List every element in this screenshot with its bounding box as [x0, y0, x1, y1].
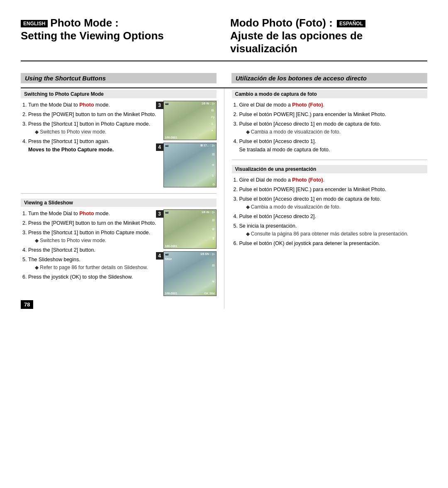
slideshow-list-en: Turn the Mode Dial to Photo mode. Press … — [21, 209, 160, 281]
slide-step-es-2: Pulse el botón POWER] [ENC.) para encend… — [239, 185, 428, 194]
slide-step-es-4: Pulse el botón [Acceso directo 2]. — [239, 212, 428, 221]
lcd-bg-4 — [164, 143, 216, 187]
step-en-4: Press the [Shortcut 1] button again.Move… — [28, 137, 160, 154]
slide-step-es-5: Se inicia la presentación. Consulte la p… — [239, 222, 428, 238]
col-left: Switching to Photo Capture Mode Turn the… — [21, 88, 224, 309]
slideshow-label-es: Visualización de una presentación — [232, 165, 428, 173]
step-es-3: Pulse el botón [Acceso directo 1] en mod… — [239, 120, 428, 136]
shortcut-section-es: Cambio a modo de captura de foto Gire el… — [232, 88, 428, 154]
page-number-container: 78 — [21, 296, 217, 309]
es-title-line2: Ajuste de las opciones de visualización — [230, 29, 427, 55]
slide-step-en-3: Press the [Shortcut 1] button in Photo C… — [28, 228, 160, 245]
en-title-line2: Setting the Viewing Options — [21, 29, 218, 42]
shortcut-steps-en: Turn the Mode Dial to Photo mode. Press … — [21, 101, 217, 187]
slide-step-en-4: Press the [Shortcut 2] button. — [28, 246, 160, 254]
shortcut-list-es: Gire el Dial de modo a Photo (Foto). Pul… — [232, 101, 428, 154]
slide-step-en-5-sub: Refer to page 86 for further details on … — [28, 264, 160, 272]
slide-step-es-3-sub: Cambia a modo de visualización de foto. — [239, 203, 428, 211]
slide-step-en-1: Turn the Mode Dial to Photo mode. — [28, 209, 160, 218]
page-number: 78 — [21, 300, 33, 309]
slide-lcd-bg-3 — [164, 210, 216, 248]
slide-lcd-3: 📷 1/6 IN □ ▷ ▤ ⊞ 🗑 100 — [163, 209, 217, 249]
section-bar-en: Using the Shortcut Buttons — [21, 73, 217, 83]
header-left: ENGLISHPhoto Mode : Setting the Viewing … — [21, 17, 218, 42]
slideshow-images-en: 3 📷 1/6 IN □ ▷ ▤ — [163, 209, 217, 296]
es-title-line1: Modo Photo (Foto) :ESPAÑOL — [230, 17, 427, 29]
page-header: ENGLISHPhoto Mode : Setting the Viewing … — [21, 17, 427, 61]
step-en-3-sub: Switches to Photo view mode. — [28, 128, 160, 136]
col-right: Cambio a modo de captura de foto Gire el… — [224, 88, 428, 309]
slide-lcd-4: 📷 1/6 EN □ ▷ Slide ▤ ⊕ 10 — [163, 251, 217, 296]
cam-image-3: 3 📷 1/6 IN □ ▷ ▤ — [163, 101, 217, 140]
slideshow-section-en: Viewing a Slideshow Turn the Mode Dial t… — [21, 197, 217, 296]
slideshow-text-en: Turn the Mode Dial to Photo mode. Press … — [21, 209, 160, 282]
step-en-2: Press the [POWER] button to turn on the … — [28, 110, 160, 119]
slide-step-es-5-sub: Consulte la página 86 para obtener más d… — [239, 230, 428, 238]
step-es-4: Pulse el botón [Acceso directo 1].Se tra… — [239, 137, 428, 154]
lcd-screen-3: 📷 1/6 IN □ ▷ ▤ Fp S ≡ — [163, 101, 217, 140]
step3-badge: 3 — [156, 102, 163, 109]
slideshow-section-es: Visualización de una presentación Gire e… — [232, 163, 428, 248]
slide-step-es-6: Pulse el botón (OK) del joystick para de… — [239, 239, 428, 248]
slide-step-en-5: The Slideshow begins. Refer to page 86 f… — [28, 255, 160, 272]
slideshow-list-es: Gire el Dial de modo a Photo (Foto). Pul… — [232, 176, 428, 248]
slideshow-steps-en: Turn the Mode Dial to Photo mode. Press … — [21, 209, 217, 296]
step-en-1: Turn the Mode Dial to Photo mode. — [28, 101, 160, 109]
slide-step-en-6: Press the joystick (OK) to stop the Slid… — [28, 273, 160, 281]
slide-step-en-2: Press the [POWER] button to turn on the … — [28, 219, 160, 227]
slide-step3-badge: 3 — [156, 210, 163, 218]
section-divider-right — [232, 160, 428, 160]
en-title-line1: ENGLISHPhoto Mode : — [21, 17, 218, 29]
shortcut-section-en: Switching to Photo Capture Mode Turn the… — [21, 88, 217, 187]
slide-step-es-1: Gire el Dial de modo a Photo (Foto). — [239, 176, 428, 184]
en-badge: ENGLISH — [21, 20, 48, 27]
es-badge: ESPAÑOL — [337, 20, 365, 27]
shortcut-images-en: 3 📷 1/6 IN □ ▷ ▤ — [163, 101, 217, 187]
step-es-3-sub: Cambia a modo de visualización de foto. — [239, 128, 428, 136]
slide-lcd-bg-4 — [164, 252, 216, 296]
step-en-3: Press the [Shortcut 1] button in Photo C… — [28, 120, 160, 136]
main-content: Switching to Photo Capture Mode Turn the… — [21, 87, 427, 309]
page: ENGLISHPhoto Mode : Setting the Viewing … — [0, 0, 448, 488]
step-es-2: Pulse el botón POWER] [ENC.) para encend… — [239, 110, 428, 119]
shortcut-list-en: Turn the Mode Dial to Photo mode. Press … — [21, 101, 160, 154]
shortcut-text-en: Turn the Mode Dial to Photo mode. Press … — [21, 101, 160, 155]
slideshow-label-en: Viewing a Slideshow — [21, 199, 217, 207]
slide-step4-badge: 4 — [156, 252, 163, 260]
slide-cam-4: 4 📷 1/6 EN □ ▷ Slide — [163, 251, 217, 296]
slide-step-es-3: Pulse el botón [Acceso directo 1] en mod… — [239, 195, 428, 211]
section-bar-es: Utilización de los botones de acceso dir… — [231, 73, 427, 83]
cam-image-4: 4 📷 ⊞ 17... □ ▷ ▤ — [163, 143, 217, 187]
section-divider-left — [21, 193, 217, 194]
lcd-screen-4: 📷 ⊞ 17... □ ▷ ▤ ⊕ S — [163, 143, 217, 187]
slide-step-en-3-sub: Switches to Photo view mode. — [28, 237, 160, 245]
lcd-bg-3 — [164, 101, 216, 140]
shortcut-label-en: Switching to Photo Capture Mode — [21, 90, 217, 98]
slide-cam-3: 3 📷 1/6 IN □ ▷ ▤ — [163, 209, 217, 249]
header-right: Modo Photo (Foto) :ESPAÑOL Ajuste de las… — [218, 17, 427, 56]
shortcut-label-es: Cambio a modo de captura de foto — [232, 90, 428, 98]
step4-badge: 4 — [156, 143, 163, 151]
step-es-1: Gire el Dial de modo a Photo (Foto). — [239, 101, 428, 109]
